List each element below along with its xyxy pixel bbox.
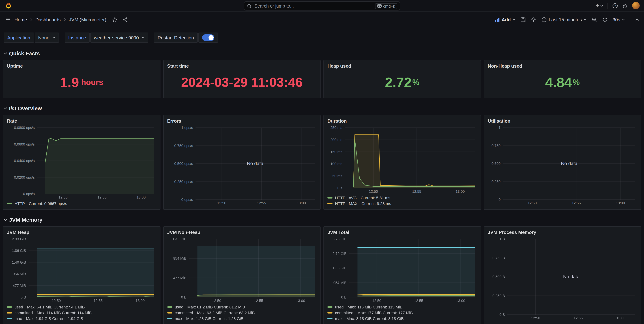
refresh-button[interactable]: [602, 17, 608, 22]
jvm-nonheap-chart[interactable]: 0 B477 MiB954 MiB1.40 GiB12:5012:5513:00: [167, 236, 316, 303]
svg-text:12:55: 12:55: [94, 299, 103, 303]
legend-item[interactable]: maxMax: 3.18 GiB Current: 3.18 GiB: [328, 316, 477, 321]
legend-item[interactable]: HTTP - AVGCurrent: 5.81 ms: [328, 195, 477, 201]
legend-item[interactable]: committedMax: 114 MiB Current: 114 MiB: [7, 310, 156, 316]
svg-text:No data: No data: [247, 161, 263, 166]
chart-canvas[interactable]: 0 B0.250 B0.500 B0.750 B1 B12:5012:5513:…: [488, 236, 637, 320]
quick-facts-row: Uptime 1.9 hours Start time 2024-03-29 1…: [3, 60, 641, 98]
series-stats: Max: 3.18 GiB Current: 3.18 GiB: [346, 316, 404, 321]
legend-item[interactable]: HTTP - MAXCurrent: 9.28 ms: [328, 201, 477, 206]
jvm-process-memory-chart[interactable]: 0 B0.250 B0.500 B0.750 B1 B12:5012:5513:…: [488, 236, 637, 320]
dashboard-toolbar: Home Dashboards JVM (Micrometer): [0, 12, 644, 28]
panel-title[interactable]: Heap used: [328, 63, 477, 70]
svg-text:0: 0: [498, 198, 500, 202]
global-search[interactable]: cmd+k: [244, 2, 400, 11]
section-jvm-memory[interactable]: JVM Memory: [4, 215, 640, 223]
application-variable-select[interactable]: None: [34, 33, 59, 43]
section-io-overview[interactable]: I/O Overview: [4, 104, 640, 112]
star-icon: [112, 17, 118, 22]
utilisation-chart[interactable]: 00.2500.5000.750112:5012:5513:00No data: [488, 125, 637, 205]
panel-title[interactable]: JVM Process Memory: [488, 230, 637, 236]
panel-duration: Duration 0 s50 ms100 ms150 ms200 ms250 m…: [324, 115, 481, 210]
refresh-interval-picker[interactable]: 30s: [612, 17, 625, 22]
series-name: used: [14, 305, 23, 309]
legend-item[interactable]: maxMax: 1.94 GiB Current: 1.94 GiB: [7, 316, 156, 321]
series-name: HTTP - MAX: [335, 201, 358, 206]
legend-item[interactable]: usedMax: 61.2 MiB Current: 61.2 MiB: [167, 304, 316, 310]
svg-text:0.250 B: 0.250 B: [492, 294, 505, 298]
panel-title[interactable]: Errors: [167, 118, 316, 125]
panel-title[interactable]: Duration: [328, 118, 477, 125]
save-dashboard-button[interactable]: [520, 17, 526, 22]
breadcrumb-dashboards[interactable]: Dashboards: [35, 17, 60, 22]
panel-title[interactable]: Uptime: [7, 63, 156, 70]
panel-title[interactable]: JVM Heap: [7, 230, 156, 236]
new-menu-button[interactable]: +: [596, 3, 603, 9]
panel-title[interactable]: JVM Non-Heap: [167, 230, 316, 236]
mega-menu-button[interactable]: [5, 17, 11, 23]
chart-canvas[interactable]: 0 s50 ms100 ms150 ms200 ms250 ms12:5012:…: [328, 125, 477, 194]
legend-item[interactable]: usedMax: 115 MiB Current: 115 MiB: [328, 304, 477, 310]
legend-item[interactable]: committedMax: 63.2 MiB Current: 63.2 MiB: [167, 310, 316, 316]
share-dashboard-button[interactable]: [122, 17, 128, 22]
panel-title[interactable]: Rate: [7, 118, 156, 125]
toggle-switch[interactable]: [202, 34, 214, 41]
series-color-swatch: [7, 312, 12, 313]
svg-text:477 MiB: 477 MiB: [13, 284, 26, 288]
stat-body: 1.9 hours: [7, 70, 156, 95]
divider: [630, 17, 630, 23]
svg-text:50 ms: 50 ms: [332, 174, 342, 178]
collapse-toolbar-button[interactable]: [635, 18, 639, 21]
series-color-swatch: [7, 318, 12, 319]
rate-chart[interactable]: 0 ops/s0.0200 ops/s0.0400 ops/s0.0600 op…: [7, 125, 156, 200]
legend-item[interactable]: usedMax: 54.1 MiB Current: 54.1 MiB: [7, 304, 156, 310]
instance-variable-select[interactable]: weather-service:9090: [90, 33, 148, 43]
chart-canvas[interactable]: 0 ops/s0.0200 ops/s0.0400 ops/s0.0600 op…: [7, 125, 156, 200]
user-avatar[interactable]: [632, 2, 640, 10]
chart-canvas[interactable]: 00.2500.5000.750112:5012:5513:00No data: [488, 125, 637, 205]
star-dashboard-button[interactable]: [112, 17, 118, 22]
chevron-down-icon: [584, 19, 586, 21]
news-button[interactable]: [622, 3, 628, 8]
zoom-out-button[interactable]: [592, 17, 597, 22]
errors-chart[interactable]: 0 ops/s0.250 ops/s0.500 ops/s0.750 ops/s…: [167, 125, 316, 205]
panel-title[interactable]: JVM Total: [328, 230, 477, 236]
legend: usedMax: 61.2 MiB Current: 61.2 MiBcommi…: [167, 303, 316, 321]
jvm-heap-chart[interactable]: 0 B477 MiB954 MiB1.40 GiB1.86 GiB2.33 Gi…: [7, 236, 156, 303]
chart-canvas[interactable]: 0 ops/s0.250 ops/s0.500 ops/s0.750 ops/s…: [167, 125, 317, 205]
chart-canvas[interactable]: 0 B477 MiB954 MiB1.40 GiB12:5012:5513:00: [167, 236, 317, 303]
legend-item[interactable]: maxMax: 1.23 GiB Current: 1.23 GiB: [167, 316, 316, 321]
svg-text:No data: No data: [561, 161, 577, 166]
svg-text:477 MiB: 477 MiB: [173, 276, 186, 280]
panel-title[interactable]: Non-Heap used: [488, 63, 637, 70]
dashboard-settings-button[interactable]: [531, 17, 536, 22]
svg-text:0 ops/s: 0 ops/s: [181, 198, 193, 202]
svg-text:12:55: 12:55: [98, 195, 106, 199]
section-quick-facts[interactable]: Quick Facts: [4, 49, 640, 57]
duration-chart[interactable]: 0 s50 ms100 ms150 ms200 ms250 ms12:5012:…: [328, 125, 477, 194]
panel-utilisation: Utilisation 00.2500.5000.750112:5012:551…: [484, 115, 641, 210]
breadcrumb-home[interactable]: Home: [14, 17, 27, 22]
panel-title[interactable]: Start time: [167, 63, 316, 70]
series-color-swatch: [328, 203, 332, 204]
svg-text:13:00: 13:00: [296, 299, 305, 303]
add-panel-button[interactable]: Add: [495, 17, 516, 22]
time-range-picker[interactable]: Last 15 minutes: [542, 17, 587, 22]
search-input[interactable]: [254, 4, 373, 9]
panel-title[interactable]: Utilisation: [488, 118, 637, 125]
help-button[interactable]: ?: [612, 3, 618, 9]
legend-item[interactable]: committedMax: 177 MiB Current: 177 MiB: [328, 310, 477, 316]
jvm-total-chart[interactable]: 0 B954 MiB1.86 GiB2.79 GiB3.73 GiB12:501…: [328, 236, 477, 303]
chart-canvas[interactable]: 0 B477 MiB954 MiB1.40 GiB1.86 GiB2.33 Gi…: [7, 236, 156, 303]
chart-canvas[interactable]: 0 B954 MiB1.86 GiB2.79 GiB3.73 GiB12:501…: [328, 236, 477, 303]
svg-text:2.33 GiB: 2.33 GiB: [12, 237, 26, 241]
panel-rate: Rate 0 ops/s0.0200 ops/s0.0400 ops/s0.06…: [3, 115, 160, 210]
legend-item[interactable]: HTTPCurrent: 0.0667 ops/s: [7, 201, 156, 206]
series-name: committed: [175, 311, 193, 315]
restart-detection-toggle[interactable]: [198, 33, 218, 43]
panel-jvm-nonheap: JVM Non-Heap 0 B477 MiB954 MiB1.40 GiB12…: [163, 226, 320, 324]
series-stats: Current: 5.81 ms: [361, 196, 390, 200]
grafana-logo[interactable]: [4, 2, 12, 9]
application-variable-label: Application: [4, 33, 34, 43]
stat-suffix: %: [573, 78, 580, 87]
